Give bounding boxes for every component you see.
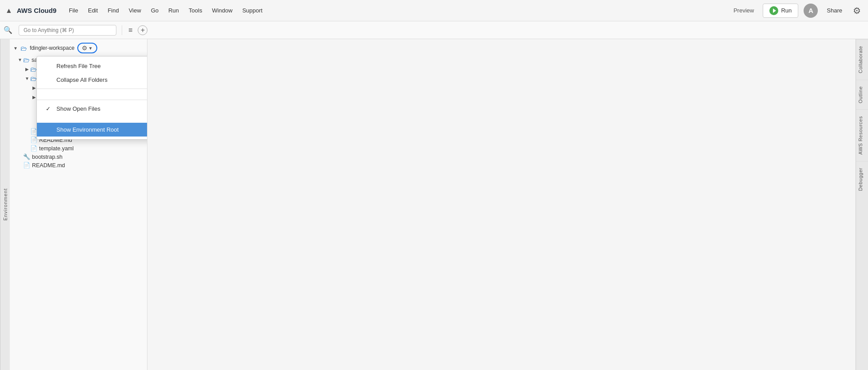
menu-support[interactable]: Support	[238, 5, 267, 16]
dropdown-item-label: Show Open Files	[56, 105, 100, 112]
gear-icon: ⚙	[82, 44, 88, 52]
sidebar-item-outline[interactable]: Outline	[856, 80, 868, 109]
doc-icon[interactable]: ≡	[126, 25, 135, 35]
menu-bar-left: ▲ AWS Cloud9 File Edit Find View Go Run …	[5, 5, 728, 16]
folder-icon: 🗁	[23, 56, 30, 64]
expand-arrow: ▼	[17, 57, 23, 62]
main-content	[147, 39, 856, 370]
menu-file[interactable]: File	[64, 5, 83, 16]
tree-item-template-yaml[interactable]: ▶ 📄 template.yaml	[10, 144, 147, 153]
dropdown-item-refresh[interactable]: Refresh File Tree	[37, 59, 147, 73]
folder-icon: 🗁	[30, 75, 37, 82]
workspace-name: fdingler-workspace	[30, 45, 75, 51]
share-button[interactable]: Share	[823, 5, 846, 16]
avatar[interactable]: A	[804, 4, 818, 18]
file-tree-header: ▼ 🗁 fdingler-workspace ⚙ ▼	[10, 39, 147, 55]
run-button[interactable]: Run	[763, 4, 798, 18]
right-sidebar: Collaborate Outline AWS Resources Debugg…	[856, 39, 868, 370]
text-file-icon: 📄	[23, 162, 30, 169]
dropdown-separator-2	[37, 100, 147, 100]
dropdown-item-label: Refresh File Tree	[56, 63, 101, 69]
sidebar-item-collaborate[interactable]: Collaborate	[856, 39, 868, 80]
top-section: 🔍 ≡ +	[0, 21, 868, 39]
menu-go[interactable]: Go	[147, 5, 163, 16]
dropdown-item-show-home[interactable]	[37, 116, 147, 123]
add-tab-icon[interactable]: +	[138, 25, 147, 35]
dropdown-separator-1	[37, 88, 147, 89]
file-name: bootstrap.sh	[32, 154, 63, 160]
environment-label: Environment	[0, 39, 10, 370]
search-icon: 🔍	[4, 26, 12, 34]
tab-area: ≡ +	[122, 25, 864, 35]
tree-item-bootstrap[interactable]: ▶ 🔧 bootstrap.sh	[10, 153, 147, 161]
preview-button[interactable]: Preview	[730, 5, 757, 16]
menu-window[interactable]: Window	[207, 5, 237, 16]
menu-find[interactable]: Find	[103, 5, 123, 16]
run-icon	[769, 6, 778, 15]
tree-item-readme-2[interactable]: ▶ 📄 README.md	[10, 161, 147, 169]
sidebar-item-aws-resources[interactable]: AWS Resources	[856, 109, 868, 161]
dropdown-item-show-hidden[interactable]: Show Environment Root	[37, 123, 147, 137]
run-label: Run	[781, 7, 792, 14]
expand-arrow: ▼	[24, 76, 30, 81]
app-title: AWS Cloud9	[17, 7, 56, 14]
folder-icon: 🗁	[30, 65, 37, 73]
expand-arrow: ▶	[24, 67, 30, 72]
check-icon: ✓	[46, 105, 53, 112]
menu-bar: ▲ AWS Cloud9 File Edit Find View Go Run …	[0, 0, 868, 21]
menu-run[interactable]: Run	[164, 5, 183, 16]
menu-bar-right: Preview Run A Share ⚙	[730, 4, 863, 18]
gear-dropdown-button[interactable]: ⚙ ▼	[77, 43, 97, 53]
sidebar-item-debugger[interactable]: Debugger	[856, 161, 868, 197]
dropdown-item-show-env-root[interactable]: ✓ Show Open Files	[37, 102, 147, 116]
menu-tools[interactable]: Tools	[184, 5, 207, 16]
menu-view[interactable]: View	[124, 5, 146, 16]
main-layout: Environment ▼ 🗁 fdingler-workspace ⚙ ▼ ▼…	[0, 39, 868, 370]
search-area: 🔍	[4, 25, 116, 36]
menu-edit[interactable]: Edit	[84, 5, 102, 16]
chevron-down-icon: ▼	[88, 46, 93, 51]
dropdown-item-label: Show Environment Root	[56, 126, 119, 133]
file-tree: ▼ 🗁 fdingler-workspace ⚙ ▼ ▼ 🗁 sam-app ▶…	[10, 39, 147, 370]
dropdown-item-label: Collapse All Folders	[56, 76, 108, 83]
dropdown-item-show-open[interactable]	[37, 91, 147, 98]
text-file-icon: 📄	[30, 145, 37, 152]
minimize-icon[interactable]: ▲	[5, 7, 12, 15]
settings-icon[interactable]: ⚙	[851, 4, 863, 18]
dropdown-item-collapse[interactable]: Collapse All Folders	[37, 73, 147, 87]
file-name: template.yaml	[39, 145, 74, 152]
search-input[interactable]	[19, 25, 116, 36]
script-file-icon: 🔧	[23, 153, 30, 160]
dropdown-menu: Refresh File Tree Collapse All Folders ✓…	[36, 56, 147, 140]
file-name: README.md	[32, 162, 65, 169]
